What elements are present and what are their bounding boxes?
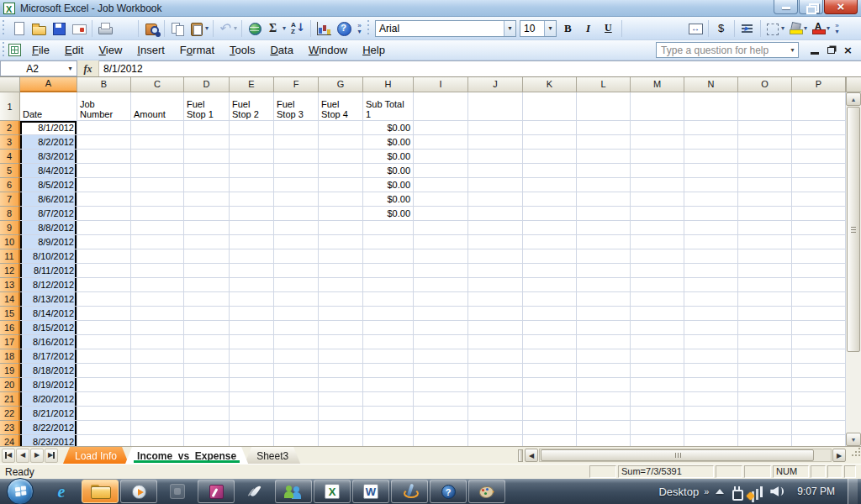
cell-C22[interactable] — [131, 407, 184, 421]
open-button[interactable] — [29, 19, 49, 38]
cell-O4[interactable] — [738, 150, 792, 164]
font-name-dropdown-icon[interactable]: ▾ — [504, 21, 515, 36]
cell-G3[interactable] — [319, 135, 363, 150]
cell-B3[interactable] — [77, 135, 131, 150]
cell-O11[interactable] — [738, 249, 792, 264]
cell-E12[interactable] — [230, 264, 274, 278]
horizontal-scrollbar[interactable] — [539, 449, 832, 462]
cell-F22[interactable] — [274, 407, 319, 421]
cell-L24[interactable] — [577, 435, 631, 446]
start-button[interactable] — [7, 478, 34, 504]
cell-B1[interactable]: Job Number — [77, 92, 131, 121]
cell-B8[interactable] — [77, 207, 131, 221]
cell-O13[interactable] — [738, 278, 792, 292]
cell-O8[interactable] — [738, 207, 792, 221]
cell-D2[interactable] — [184, 121, 230, 135]
cell-A1[interactable]: Date — [20, 92, 77, 121]
cell-I22[interactable] — [414, 407, 468, 421]
cell-E2[interactable] — [230, 121, 274, 135]
cell-D5[interactable] — [184, 164, 230, 178]
cell-G24[interactable] — [319, 435, 363, 446]
cell-B7[interactable] — [77, 192, 131, 207]
row-header-2[interactable]: 2 — [0, 121, 20, 135]
cell-J5[interactable] — [468, 164, 523, 178]
cell-K22[interactable] — [523, 407, 577, 421]
cell-I17[interactable] — [414, 335, 468, 349]
menu-edit[interactable]: Edit — [57, 41, 91, 60]
email-button[interactable] — [69, 19, 89, 38]
cell-J4[interactable] — [468, 150, 523, 164]
cell-F14[interactable] — [274, 292, 319, 307]
cell-N3[interactable] — [684, 135, 738, 150]
cell-K4[interactable] — [523, 150, 577, 164]
formatting-overflow-button[interactable]: »▾ — [832, 18, 843, 39]
cell-O17[interactable] — [738, 335, 792, 349]
show-desktop-button[interactable] — [848, 479, 858, 504]
clock[interactable]: 9:07 PM — [792, 486, 840, 497]
italic-button[interactable] — [578, 19, 599, 38]
cell-N22[interactable] — [684, 407, 738, 421]
cell-A7[interactable]: 8/6/2012 — [20, 192, 77, 207]
cell-J6[interactable] — [468, 178, 523, 192]
cell-P21[interactable] — [792, 392, 846, 407]
cell-F3[interactable] — [274, 135, 319, 150]
cell-K24[interactable] — [523, 435, 577, 446]
cell-L10[interactable] — [577, 235, 631, 249]
cell-H12[interactable] — [363, 264, 414, 278]
cell-G14[interactable] — [319, 292, 363, 307]
cell-H9[interactable] — [363, 221, 414, 235]
cell-K3[interactable] — [523, 135, 577, 150]
column-header-L[interactable]: L — [577, 77, 631, 92]
hscroll-left-button[interactable]: ◀ — [525, 449, 538, 462]
cell-O14[interactable] — [738, 292, 792, 307]
menu-tools[interactable]: Tools — [222, 41, 262, 60]
cell-P12[interactable] — [792, 264, 846, 278]
row-header-7[interactable]: 7 — [0, 192, 20, 207]
cell-P14[interactable] — [792, 292, 846, 307]
cell-H23[interactable] — [363, 421, 414, 435]
cell-F12[interactable] — [274, 264, 319, 278]
show-hidden-icons-button[interactable] — [716, 489, 724, 494]
row-header-1[interactable]: 1 — [0, 92, 20, 121]
chart-button[interactable] — [314, 19, 334, 38]
help-taskbar-button[interactable]: ? — [430, 480, 467, 503]
cell-D9[interactable] — [184, 221, 230, 235]
cell-L6[interactable] — [577, 178, 631, 192]
cell-E7[interactable] — [230, 192, 274, 207]
tab-split-handle[interactable] — [518, 449, 523, 462]
row-header-4[interactable]: 4 — [0, 150, 20, 164]
cell-D7[interactable] — [184, 192, 230, 207]
cell-O23[interactable] — [738, 421, 792, 435]
cell-F2[interactable] — [274, 121, 319, 135]
cell-J14[interactable] — [468, 292, 523, 307]
cell-A3[interactable]: 8/2/2012 — [20, 135, 77, 150]
cell-I19[interactable] — [414, 364, 468, 378]
cell-C8[interactable] — [131, 207, 184, 221]
cell-L3[interactable] — [577, 135, 631, 150]
cell-M24[interactable] — [631, 435, 684, 446]
cell-C15[interactable] — [131, 307, 184, 321]
cell-I2[interactable] — [414, 121, 468, 135]
cell-H16[interactable] — [363, 321, 414, 335]
cell-A20[interactable]: 8/19/2012 — [20, 378, 77, 392]
menu-view[interactable]: View — [91, 41, 129, 60]
row-header-12[interactable]: 12 — [0, 264, 20, 278]
sheet-tab-sheet3[interactable]: Sheet3 — [245, 447, 300, 464]
cell-F10[interactable] — [274, 235, 319, 249]
cell-B23[interactable] — [77, 421, 131, 435]
cell-B22[interactable] — [77, 407, 131, 421]
cell-H14[interactable] — [363, 292, 414, 307]
cell-F4[interactable] — [274, 150, 319, 164]
menu-insert[interactable]: Insert — [129, 41, 172, 60]
row-header-16[interactable]: 16 — [0, 321, 20, 335]
cell-F13[interactable] — [274, 278, 319, 292]
menu-format[interactable]: Format — [172, 41, 222, 60]
cell-K14[interactable] — [523, 292, 577, 307]
explorer-taskbar-button[interactable] — [82, 480, 119, 503]
cell-A13[interactable]: 8/12/2012 — [20, 278, 77, 292]
cell-F19[interactable] — [274, 364, 319, 378]
cell-F5[interactable] — [274, 164, 319, 178]
cell-M23[interactable] — [631, 421, 684, 435]
cell-P24[interactable] — [792, 435, 846, 446]
cell-I24[interactable] — [414, 435, 468, 446]
